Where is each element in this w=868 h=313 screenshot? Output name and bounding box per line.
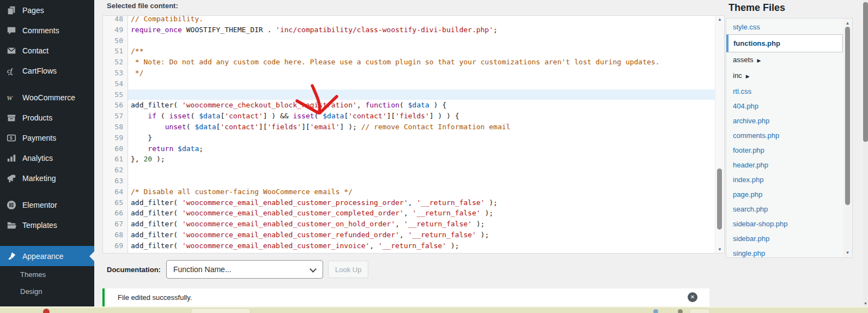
theme-file-footer-php[interactable]: footer.php <box>726 143 852 158</box>
code-line: 59 } <box>103 133 715 143</box>
line-number: 61 <box>103 154 128 165</box>
sidebar-item-contact[interactable]: Contact <box>0 40 94 61</box>
close-icon[interactable]: ✕ <box>688 292 697 302</box>
taskbar-item[interactable] <box>191 308 251 313</box>
sidebar-item-appearance[interactable]: Appearance <box>0 246 94 266</box>
line-number: 67 <box>103 219 128 230</box>
code-editor[interactable]: 48// Compatibility.49require_once WOOSTI… <box>102 15 725 254</box>
submenu-item-design[interactable]: Design <box>0 283 94 300</box>
taskbar-red-icon[interactable] <box>43 309 50 313</box>
code-line: 51/** <box>103 46 715 57</box>
line-content: */ <box>128 68 715 79</box>
sidebar-item-label: Pages <box>22 6 44 15</box>
scroll-up-icon[interactable]: ▲ <box>715 17 724 22</box>
taskbar-dot-icon[interactable] <box>653 309 658 313</box>
marketing-icon <box>6 173 17 184</box>
file-name: header.php <box>733 161 768 169</box>
file-name: index.php <box>733 176 763 184</box>
theme-file-style-css[interactable]: style.css <box>726 20 852 34</box>
file-name: 404.php <box>733 102 758 110</box>
page-scrollbar-thumb[interactable] <box>863 2 868 142</box>
code-line: 52 * Note: Do not add any custom code he… <box>103 57 715 68</box>
theme-file-assets[interactable]: assets▶ <box>726 52 852 68</box>
theme-file-archive-php[interactable]: archive.php <box>726 113 852 128</box>
editor-scrollbar[interactable]: ▲ ▼ <box>715 16 724 253</box>
theme-file-inc[interactable]: inc▶ <box>726 68 852 84</box>
line-number: 59 <box>103 133 128 143</box>
page-scrollbar[interactable]: ▼ <box>863 0 868 306</box>
line-content: add_filter( 'woocommerce_email_enabled_c… <box>128 230 715 240</box>
scroll-down-icon[interactable]: ▼ <box>715 247 724 252</box>
theme-files-title: Theme Files <box>729 2 785 14</box>
sidebar-item-cartflows[interactable]: cfCartFlows <box>0 61 94 81</box>
function-name-select[interactable]: Function Name... <box>166 260 323 279</box>
sidebar-item-label: Appearance <box>22 252 64 261</box>
line-content: }, 20 ); <box>128 154 715 165</box>
svg-text:cf: cf <box>7 67 14 74</box>
filelist-scrollbar-thumb[interactable] <box>845 27 850 205</box>
line-number: 49 <box>103 25 128 35</box>
sidebar-item-label: Products <box>22 113 52 122</box>
theme-file-single-php[interactable]: single.php <box>726 246 852 258</box>
theme-file-sidebar-shop-php[interactable]: sidebar-shop.php <box>726 216 852 231</box>
line-content <box>128 176 715 186</box>
products-icon <box>6 112 17 123</box>
scroll-down-icon[interactable]: ▼ <box>863 302 868 305</box>
line-content: if ( isset( $data['contact'] ) && isset(… <box>128 111 715 122</box>
file-name: style.css <box>733 23 760 31</box>
file-name: inc <box>733 71 742 80</box>
cartflows-icon: cf <box>6 65 17 76</box>
taskbar-dot-icon[interactable] <box>678 309 683 313</box>
theme-file-search-php[interactable]: search.php <box>726 202 852 216</box>
sidebar-item-comments[interactable]: Comments <box>0 20 94 40</box>
theme-file-sidebar-php[interactable]: sidebar.php <box>726 231 852 246</box>
sidebar-item-marketing[interactable]: Marketing <box>0 168 94 188</box>
theme-file-functions-php[interactable]: functions.php <box>726 34 843 52</box>
svg-text:$: $ <box>10 135 13 141</box>
line-content: add_filter( 'woocommerce_email_enabled_c… <box>128 240 715 251</box>
line-content <box>128 79 715 89</box>
sidebar-item-pages[interactable]: Pages <box>0 0 94 20</box>
admin-sidebar: PagesCommentsContactcfCartFlowsWWooComme… <box>0 0 94 306</box>
file-name: sidebar-shop.php <box>733 220 787 228</box>
theme-file-header-php[interactable]: header.php <box>726 158 852 172</box>
theme-file-comments-php[interactable]: comments.php <box>726 128 852 143</box>
theme-file-index-php[interactable]: index.php <box>726 172 852 187</box>
select-value: Function Name... <box>173 265 232 274</box>
theme-file-404-php[interactable]: 404.php <box>726 99 852 113</box>
taskbar-item[interactable] <box>689 309 710 313</box>
scroll-up-icon[interactable]: ▲ <box>843 21 852 26</box>
line-number: 68 <box>103 230 128 240</box>
code-line: 49require_once WOOSTIFY_THEME_DIR . 'inc… <box>103 25 715 35</box>
sidebar-item-templates[interactable]: Templates <box>0 215 94 235</box>
sidebar-item-label: CartFlows <box>22 67 57 75</box>
sidebar-item-products[interactable]: Products <box>0 107 94 128</box>
woocommerce-icon: W <box>6 92 17 103</box>
submenu-item-themes[interactable]: Themes <box>0 266 94 283</box>
line-number: 63 <box>103 176 128 186</box>
file-name: functions.php <box>733 39 780 47</box>
sidebar-item-analytics[interactable]: Analytics <box>0 148 94 168</box>
sidebar-item-elementor[interactable]: Elementor <box>0 195 94 215</box>
line-content <box>128 165 715 176</box>
theme-file-page-php[interactable]: page.php <box>726 187 852 202</box>
theme-file-rtl-css[interactable]: rtl.css <box>726 84 852 99</box>
file-name: page.php <box>733 190 762 198</box>
code-line: 67add_filter( 'woocommerce_email_enabled… <box>103 219 715 230</box>
line-content <box>128 89 715 100</box>
file-name: assets <box>733 56 754 64</box>
line-content: } <box>128 133 715 143</box>
sidebar-item-payments[interactable]: $Payments <box>0 128 94 148</box>
code-line: 48// Compatibility. <box>103 15 715 25</box>
filelist-scrollbar[interactable]: ▲ ▼ <box>843 19 852 257</box>
lookup-button[interactable]: Look Up <box>328 261 368 278</box>
line-number: 66 <box>103 208 128 219</box>
code-line: 68add_filter( 'woocommerce_email_enabled… <box>103 230 715 240</box>
editor-scrollbar-thumb[interactable] <box>717 168 722 230</box>
scroll-down-icon[interactable]: ▼ <box>843 250 852 255</box>
line-number: 55 <box>103 89 128 100</box>
sidebar-item-woocommerce[interactable]: WWooCommerce <box>0 87 94 107</box>
line-number: 54 <box>103 79 128 89</box>
taskbar-strip <box>0 306 868 313</box>
sidebar-item-label: Analytics <box>22 154 53 162</box>
